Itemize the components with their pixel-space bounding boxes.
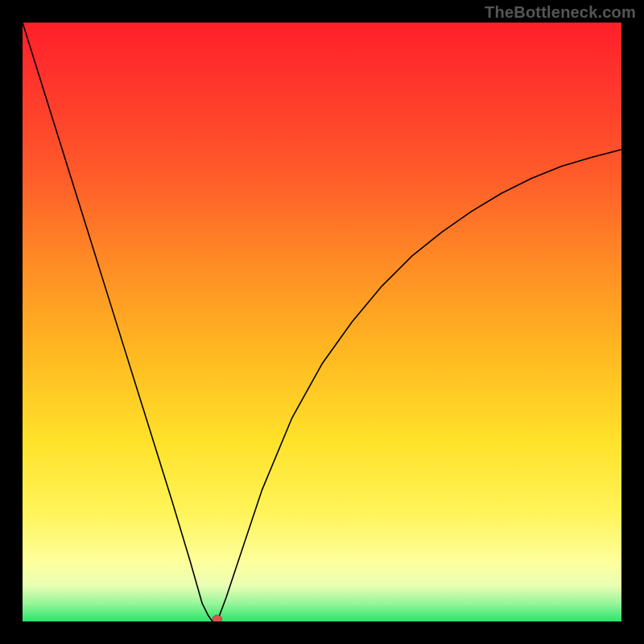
bottleneck-curve — [23, 23, 621, 621]
chart-frame: TheBottleneck.com — [0, 0, 644, 644]
optimal-point-marker — [213, 615, 222, 621]
curve-svg — [23, 23, 621, 621]
plot-area — [23, 23, 621, 621]
watermark-label: TheBottleneck.com — [485, 3, 636, 22]
